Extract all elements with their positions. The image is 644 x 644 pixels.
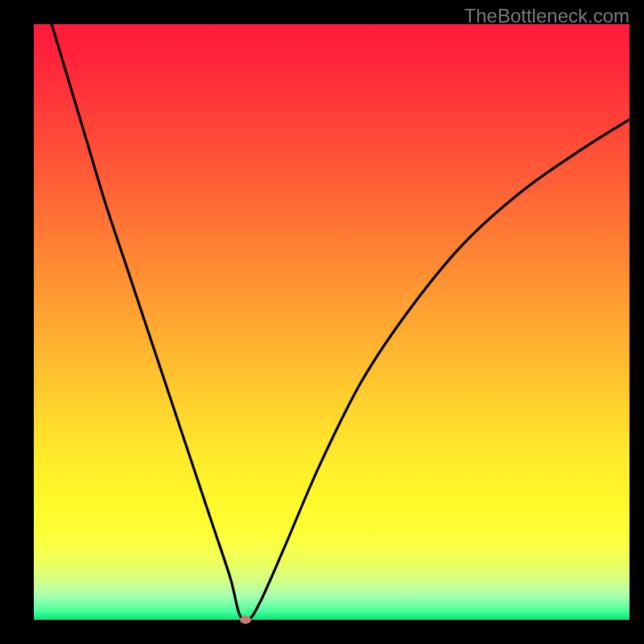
chart-plot-area bbox=[34, 24, 630, 620]
bottleneck-curve bbox=[34, 24, 630, 620]
watermark-text: TheBottleneck.com bbox=[464, 5, 630, 27]
minimum-marker bbox=[240, 616, 251, 624]
